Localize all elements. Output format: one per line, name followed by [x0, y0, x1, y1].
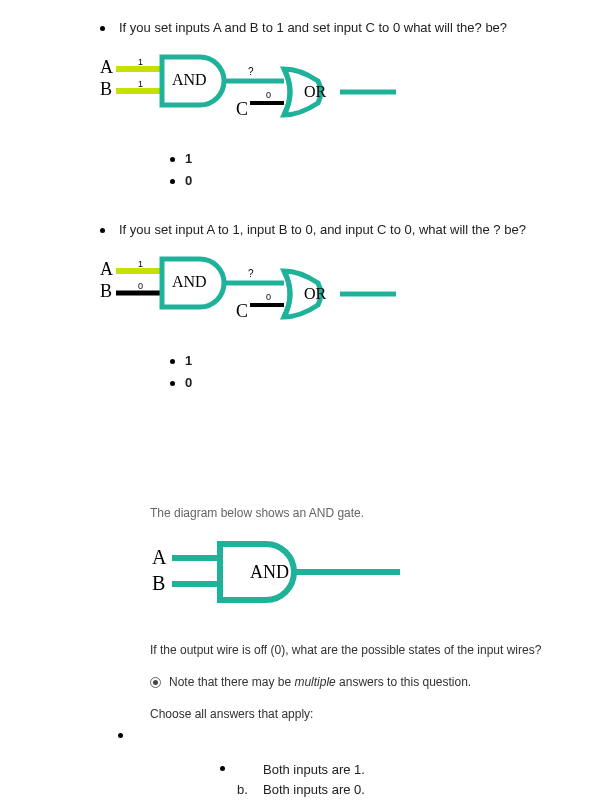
svg-text:C: C	[236, 301, 248, 321]
bullet-icon	[170, 359, 175, 364]
bullet-icon	[170, 157, 175, 162]
q3-question: If the output wire is off (0), what are …	[150, 643, 584, 657]
svg-text:?: ?	[248, 268, 254, 279]
q2-diagram: AND A B 1 0 ? C 0 OR	[100, 245, 584, 344]
note-suffix: answers to this question.	[336, 675, 471, 689]
q3-choose-label: Choose all answers that apply:	[150, 707, 584, 721]
svg-text:B: B	[100, 79, 112, 99]
svg-text:OR: OR	[304, 83, 327, 100]
q3-caption: The diagram below shows an AND gate.	[150, 506, 584, 520]
svg-text:AND: AND	[250, 562, 289, 582]
svg-text:B: B	[100, 281, 112, 301]
svg-text:A: A	[152, 546, 167, 568]
note-em: multiple	[294, 675, 335, 689]
q1-option-1[interactable]: 1	[170, 148, 584, 170]
bullet-icon	[220, 766, 225, 771]
radio-icon	[150, 677, 161, 688]
q1-options: 1 0	[170, 148, 584, 192]
svg-text:?: ?	[248, 66, 254, 77]
bullet-icon	[100, 228, 105, 233]
note-prefix: Note that there may be	[169, 675, 294, 689]
q2-option-0[interactable]: 0	[170, 372, 584, 394]
q1-prompt: If you set inputs A and B to 1 and set i…	[119, 20, 507, 35]
svg-text:1: 1	[138, 79, 143, 89]
q1-option-0[interactable]: 0	[170, 170, 584, 192]
bullet-icon	[118, 733, 123, 738]
svg-text:0: 0	[138, 281, 143, 291]
q3-answer-b[interactable]: b. Both inputs are 0.	[220, 780, 584, 800]
q3-diagram: AND A B	[150, 536, 584, 617]
svg-text:AND: AND	[172, 273, 207, 290]
q2-options: 1 0	[170, 350, 584, 394]
svg-text:0: 0	[266, 90, 271, 100]
svg-text:1: 1	[138, 259, 143, 269]
q2-option-1[interactable]: 1	[170, 350, 584, 372]
svg-text:1: 1	[138, 57, 143, 67]
svg-text:A: A	[100, 259, 113, 279]
svg-text:0: 0	[266, 292, 271, 302]
q3-note: Note that there may be multiple answers …	[150, 675, 584, 689]
q3-answers: Both inputs are 1. b. Both inputs are 0.…	[220, 760, 584, 801]
q2-prompt-row: If you set input A to 1, input B to 0, a…	[100, 222, 584, 237]
q1-prompt-row: If you set inputs A and B to 1 and set i…	[100, 20, 584, 35]
q2-prompt: If you set input A to 1, input B to 0, a…	[119, 222, 526, 237]
svg-text:OR: OR	[304, 285, 327, 302]
bullet-icon	[170, 179, 175, 184]
lone-bullet	[118, 727, 584, 738]
svg-text:C: C	[236, 99, 248, 119]
svg-text:AND: AND	[172, 71, 207, 88]
svg-text:A: A	[100, 57, 113, 77]
q3-answer-a[interactable]: Both inputs are 1.	[220, 760, 584, 780]
bullet-icon	[170, 381, 175, 386]
svg-text:B: B	[152, 572, 165, 594]
q1-diagram: AND A B 1 1 ? C 0 OR	[100, 43, 584, 142]
bullet-icon	[100, 26, 105, 31]
